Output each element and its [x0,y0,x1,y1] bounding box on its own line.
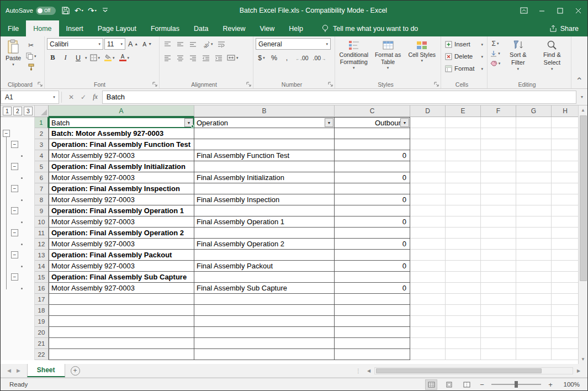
maximize-button[interactable] [551,1,569,20]
cell-B22[interactable] [194,349,335,360]
cell-B6[interactable]: Final Assembly Initialization [194,172,335,183]
insert-dropdown-icon[interactable]: ▾ [481,43,483,46]
cell-B3[interactable] [194,139,335,150]
cell-A13[interactable]: Operation: Final Assembly Packout [49,250,194,261]
cell-styles-button[interactable]: Cell Styles ▾ [405,38,438,62]
filter-button-C1[interactable]: ▼ [400,118,409,127]
align-left-button[interactable] [162,52,173,64]
cell-E1[interactable] [446,117,481,128]
cell-H18[interactable] [552,305,579,316]
cell-H2[interactable] [552,128,579,139]
cell-C11[interactable] [335,228,410,239]
tab-view[interactable]: View [252,20,282,36]
number-format-dropdown-icon[interactable]: ▾ [324,42,328,46]
cell-C6[interactable]: 0 [335,172,410,183]
cell-G3[interactable] [516,139,552,150]
cell-A8[interactable]: Motor Assembly 927-0003 [49,194,194,205]
column-header-F[interactable]: F [481,105,516,117]
zoom-in-icon[interactable]: + [547,381,554,389]
number-dialog-launcher[interactable] [328,82,333,87]
cell-E21[interactable] [446,338,481,349]
font-size-dropdown-icon[interactable]: ▾ [118,42,123,46]
cell-C20[interactable] [335,327,410,338]
cell-A16[interactable]: Motor Assembly 927-0003 [49,283,194,294]
cell-A18[interactable] [49,305,194,316]
cell-A21[interactable] [49,338,194,349]
cell-D19[interactable] [410,316,446,327]
tab-home[interactable]: Home [26,20,59,36]
cell-B16[interactable]: Final Assembly Sub Capture [194,283,335,294]
column-header-A[interactable]: A [49,105,194,117]
cell-B5[interactable] [194,161,335,172]
cell-H21[interactable] [552,338,579,349]
row-header-6[interactable]: 6 [35,172,49,183]
cell-G14[interactable] [516,261,552,272]
cell-B2[interactable] [194,128,335,139]
row-header-1[interactable]: 1 [35,117,49,128]
cell-A11[interactable]: Operation: Final Assembly Operation 2 [49,228,194,239]
cell-B15[interactable] [194,272,335,283]
styles-dialog-launcher[interactable] [434,82,439,87]
cell-G20[interactable] [516,327,552,338]
collapse-group-row-9-button[interactable]: − [11,207,18,214]
cell-C14[interactable]: 0 [335,261,410,272]
cell-G1[interactable] [516,117,552,128]
cell-B10[interactable]: Final Assembly Operation 1 [194,216,335,228]
row-header-17[interactable]: 17 [35,294,49,305]
row-header-19[interactable]: 19 [35,316,49,327]
cell-C8[interactable]: 0 [335,194,410,205]
cell-H11[interactable] [552,228,579,239]
font-dialog-launcher[interactable] [152,82,157,87]
zoom-out-icon[interactable]: − [478,381,486,389]
cell-B14[interactable]: Final Assembly Packout [194,261,335,272]
cell-D2[interactable] [410,128,446,139]
cell-D17[interactable] [410,294,446,305]
cell-H22[interactable] [552,349,579,360]
horizontal-scroll-track[interactable] [374,367,573,374]
top-align-button[interactable] [162,38,173,50]
outline-level-3-button[interactable]: 3 [24,107,33,115]
bold-button[interactable]: B [47,52,59,64]
cell-F18[interactable] [481,305,516,316]
vertical-scrollbar[interactable]: ▲ ▼ [578,105,587,364]
cell-H9[interactable] [552,205,579,216]
cell-D5[interactable] [410,161,446,172]
number-format-combo[interactable]: General ▾ [256,38,331,50]
cell-A19[interactable] [49,316,194,327]
horizontal-scroll-thumb[interactable] [376,368,542,373]
autosave-switch[interactable]: Off [36,7,56,15]
cell-B19[interactable] [194,316,335,327]
column-header-E[interactable]: E [446,105,481,117]
cell-G12[interactable] [516,239,552,250]
cell-F1[interactable] [481,117,516,128]
expand-formula-bar-icon[interactable]: ▾ [576,94,587,99]
cell-E5[interactable] [446,161,481,172]
cell-C2[interactable] [335,128,410,139]
align-right-button[interactable] [187,52,199,64]
font-color-button[interactable]: A ▾ [118,52,131,64]
tab-help[interactable]: Help [282,20,310,36]
cell-G6[interactable] [516,172,552,183]
format-as-table-dropdown-icon[interactable]: ▾ [387,66,389,70]
tab-formulas[interactable]: Formulas [144,20,187,36]
autosum-button[interactable]: Σ▾ [490,39,501,48]
cell-E19[interactable] [446,316,481,327]
cell-A10[interactable]: Motor Assembly 927-0003 [49,216,194,228]
collapse-group-row-11-button[interactable]: − [11,229,18,236]
column-header-H[interactable]: H [552,105,579,117]
cell-H3[interactable] [552,139,579,150]
scroll-right-icon[interactable]: ▶ [574,368,583,373]
alignment-dialog-launcher[interactable] [246,82,251,87]
row-header-20[interactable]: 20 [35,327,49,338]
cell-A17[interactable] [49,294,194,305]
fill-color-dropdown-icon[interactable]: ▾ [113,56,115,60]
cell-C1[interactable]: Outbound▼ [335,117,410,128]
cell-H20[interactable] [552,327,579,338]
cell-G19[interactable] [516,316,552,327]
cell-H16[interactable] [552,283,579,294]
cell-G2[interactable] [516,128,552,139]
format-painter-button[interactable] [25,62,36,72]
collapse-group-row-3-button[interactable]: − [11,141,18,148]
increase-indent-button[interactable] [213,52,224,64]
row-header-11[interactable]: 11 [35,228,49,239]
